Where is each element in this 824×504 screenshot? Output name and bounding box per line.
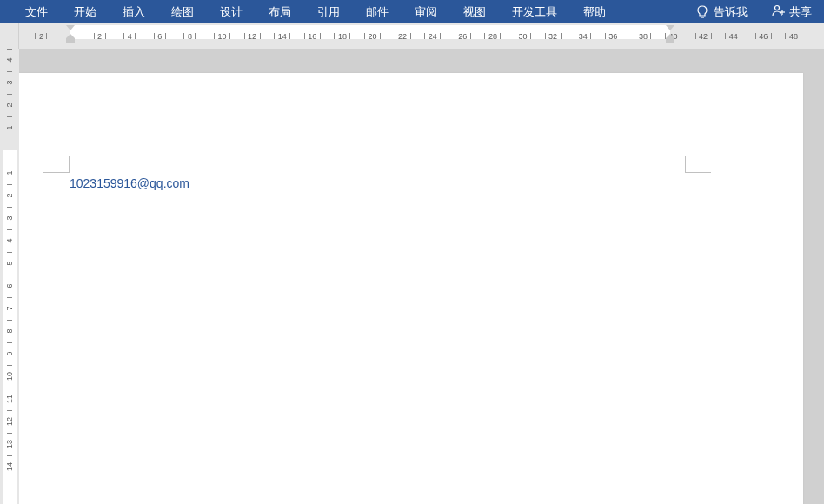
first-line-indent-marker[interactable]: [66, 25, 75, 30]
h-ruler-tick: 4: [123, 23, 136, 49]
v-ruler-dash: [7, 410, 12, 411]
tab-file[interactable]: 文件: [12, 0, 61, 23]
v-ruler-tick: 4: [5, 231, 14, 250]
h-ruler-tick: 10: [214, 23, 230, 49]
v-ruler-tick: 3: [5, 209, 14, 228]
v-ruler-dash: [7, 162, 12, 162]
tab-view[interactable]: 视图: [450, 0, 499, 23]
v-ruler-dash: [7, 71, 12, 72]
h-ruler-tick: 26: [455, 23, 471, 49]
tab-developer[interactable]: 开发工具: [499, 0, 570, 23]
v-ruler-tick: 13: [5, 434, 14, 454]
v-ruler-tick: 1: [5, 118, 14, 137]
v-ruler-dash: [7, 275, 12, 275]
h-ruler-tick: 28: [484, 23, 501, 49]
h-ruler-tick: 22: [395, 23, 411, 49]
v-ruler-tick: 6: [5, 276, 14, 295]
tab-layout[interactable]: 布局: [256, 0, 304, 23]
v-ruler-dash: [7, 320, 12, 321]
workspace: 43211234567891011121314 1023159916@qq.co…: [0, 49, 824, 504]
h-ruler-tick: 24: [424, 23, 441, 49]
margin-corner-top-right: [685, 156, 711, 173]
email-hyperlink[interactable]: 1023159916@qq.com: [70, 176, 189, 190]
ribbon-right: 告诉我 共享: [684, 0, 824, 23]
tab-home[interactable]: 开始: [61, 0, 110, 23]
ribbon-bar: 文件 开始 插入 绘图 设计 布局 引用 邮件 审阅 视图 开发工具 帮助 告诉…: [0, 0, 824, 23]
v-ruler-tick: 4: [5, 50, 14, 70]
h-ruler-tick: 42: [695, 23, 712, 49]
v-ruler-dash: [7, 94, 12, 95]
v-ruler-dash: [7, 116, 12, 117]
h-ruler-tick: 18: [334, 23, 350, 49]
v-ruler-tick: 8: [5, 322, 14, 341]
tab-draw[interactable]: 绘图: [158, 0, 207, 23]
h-ruler-tick: 48: [785, 23, 801, 49]
v-ruler-tick: 5: [5, 254, 14, 273]
h-ruler-tick: 12: [244, 23, 261, 49]
tab-design[interactable]: 设计: [207, 0, 256, 23]
h-ruler-tick: 14: [274, 23, 290, 49]
h-ruler-tick: 2: [94, 23, 106, 49]
tell-me-button[interactable]: 告诉我: [684, 4, 760, 20]
ribbon-tabs: 文件 开始 插入 绘图 设计 布局 引用 邮件 审阅 视图 开发工具 帮助: [12, 0, 619, 23]
person-share-icon: [772, 3, 786, 20]
v-ruler-dash: [7, 433, 12, 434]
v-ruler-dash: [7, 184, 12, 185]
margin-corner-top-left: [43, 156, 70, 173]
v-ruler-tick: 1: [5, 163, 14, 182]
h-ruler-tick: 36: [605, 23, 621, 49]
vertical-ruler[interactable]: 43211234567891011121314: [0, 49, 19, 504]
tab-insert[interactable]: 插入: [110, 0, 158, 23]
h-ruler-tick: 38: [635, 23, 651, 49]
hanging-indent-marker[interactable]: [66, 38, 75, 43]
v-ruler-dash: [7, 49, 12, 50]
h-ruler-tick: 46: [755, 23, 772, 49]
h-ruler-tick: 16: [304, 23, 321, 49]
horizontal-ruler[interactable]: 2 2 4 6 8 10 12 14 16 18 20 22 24 26 28 …: [19, 23, 824, 49]
page[interactable]: 1023159916@qq.com: [19, 73, 803, 504]
tab-review[interactable]: 审阅: [402, 0, 450, 23]
tab-mailings[interactable]: 邮件: [353, 0, 402, 23]
v-ruler-dash: [7, 365, 12, 366]
h-ruler-tick: 30: [515, 23, 531, 49]
lightbulb-icon: [696, 5, 708, 19]
v-ruler-tick: 12: [5, 412, 14, 431]
h-ruler-tick: 32: [545, 23, 562, 49]
h-ruler-tick: 8: [183, 23, 196, 49]
v-ruler-dash: [7, 252, 12, 253]
v-ruler-tick: 2: [5, 186, 14, 205]
v-ruler-dash: [7, 388, 12, 388]
v-ruler-tick: 10: [5, 367, 14, 386]
share-button[interactable]: 共享: [760, 3, 824, 20]
v-ruler-dash: [7, 207, 12, 208]
h-ruler-tick: 2: [35, 23, 47, 49]
document-canvas[interactable]: 1023159916@qq.com: [19, 49, 824, 504]
svg-point-1: [775, 6, 780, 10]
share-label: 共享: [789, 4, 812, 20]
v-ruler-tick: 14: [5, 457, 14, 476]
v-ruler-tick: 2: [5, 96, 14, 115]
v-ruler-dash: [7, 455, 12, 456]
right-indent-marker-top[interactable]: [666, 25, 674, 30]
h-ruler-tick: 6: [154, 23, 166, 49]
document-body[interactable]: 1023159916@qq.com: [70, 176, 189, 191]
v-ruler-tick: 7: [5, 299, 14, 318]
v-ruler-tick: 9: [5, 344, 14, 363]
v-ruler-tick: 11: [5, 389, 14, 408]
v-ruler-dash: [7, 229, 12, 230]
v-ruler-tick: 3: [5, 73, 14, 92]
tell-me-label: 告诉我: [714, 4, 748, 20]
h-ruler-tick: 34: [575, 23, 591, 49]
v-ruler-dash: [7, 297, 12, 298]
ruler-corner: [0, 23, 19, 49]
v-ruler-dash: [7, 342, 12, 343]
h-ruler-ticks: 2 2 4 6 8 10 12 14 16 18 20 22 24 26 28 …: [19, 23, 824, 49]
tab-help[interactable]: 帮助: [570, 0, 619, 23]
right-indent-marker-bottom[interactable]: [666, 38, 674, 43]
h-ruler-tick: 44: [725, 23, 741, 49]
h-ruler-tick: 20: [364, 23, 381, 49]
ruler-area: 2 2 4 6 8 10 12 14 16 18 20 22 24 26 28 …: [0, 23, 824, 49]
tab-references[interactable]: 引用: [304, 0, 353, 23]
